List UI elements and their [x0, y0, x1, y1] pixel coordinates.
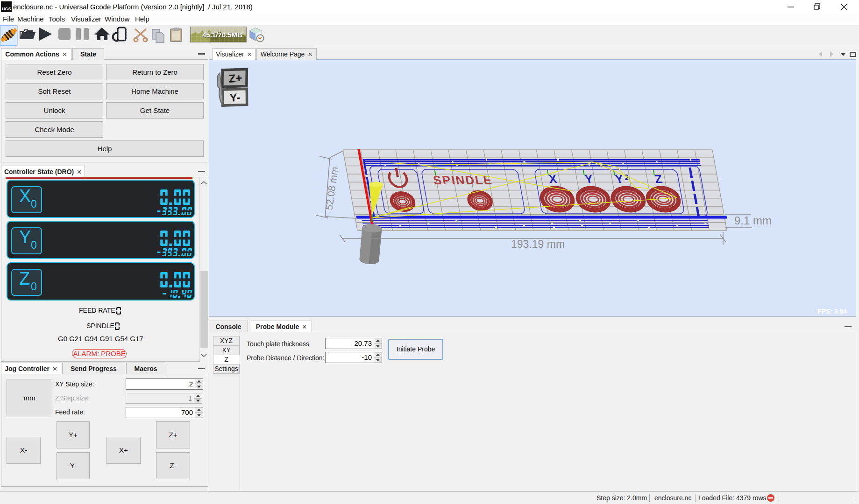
svg-text:193.19 mm: 193.19 mm: [511, 238, 565, 250]
svg-text:FPS: 3.84: FPS: 3.84: [817, 308, 847, 315]
svg-text:52.08 mm: 52.08 mm: [323, 166, 340, 211]
svg-text:UGS: UGS: [2, 7, 11, 11]
svg-text:9.1 mm: 9.1 mm: [734, 214, 772, 227]
svg-text:SPINDLE: SPINDLE: [432, 173, 494, 187]
svg-text:Y-: Y-: [229, 91, 241, 104]
svg-text:45.1/70.5MB: 45.1/70.5MB: [202, 31, 242, 39]
svg-text:Z+: Z+: [228, 71, 243, 85]
